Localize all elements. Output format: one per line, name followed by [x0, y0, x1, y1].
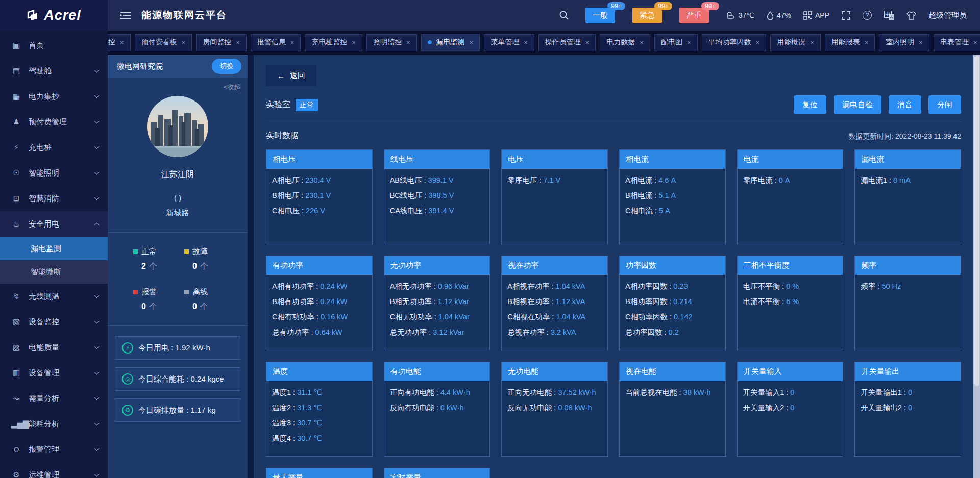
- tab-close-icon[interactable]: ×: [865, 39, 869, 46]
- tab-菜单管理[interactable]: 菜单管理×: [484, 34, 534, 51]
- card-value: 391.4 V: [428, 207, 454, 215]
- sidebar-item-安全用电[interactable]: ♨安全用电: [0, 211, 108, 237]
- tab-close-icon[interactable]: ×: [524, 39, 528, 46]
- today-value: 1.92 kW·h: [176, 343, 210, 352]
- tab-close-icon[interactable]: ×: [406, 39, 410, 46]
- tab-close-icon[interactable]: ×: [290, 39, 295, 46]
- tab-照明监控[interactable]: 照明监控×: [366, 34, 417, 51]
- realtime-data-cards: 相电压A相电压 : 230.4 VB相电压 : 230.1 VC相电压 : 22…: [266, 149, 961, 478]
- cockpit-icon: ▤: [11, 66, 21, 76]
- tab-close-icon[interactable]: ×: [640, 39, 644, 46]
- action-button-漏电自检[interactable]: 漏电自检: [834, 95, 881, 114]
- data-card-有功功率: 有功功率A相有功功率 : 0.24 kWB相有功功率 : 0.24 kWC相有功…: [266, 256, 373, 350]
- sidebar-item-label: 电能质量: [29, 343, 59, 353]
- stat-label: 故障: [184, 247, 235, 257]
- card-row: 温度3 : 30.7 ℃: [272, 418, 366, 428]
- tab-close-icon[interactable]: ×: [352, 39, 356, 46]
- stat-label: 报警: [133, 287, 184, 297]
- tab-close-icon[interactable]: ×: [470, 39, 474, 46]
- fullscreen-icon[interactable]: [842, 11, 850, 20]
- tab-close-icon[interactable]: ×: [756, 39, 760, 46]
- translate-icon[interactable]: 中A: [884, 11, 894, 20]
- action-button-消音[interactable]: 消音: [889, 95, 921, 114]
- collapse-panel-button[interactable]: <收起: [108, 78, 248, 92]
- alarm-button-紧急[interactable]: 紧急99+: [632, 8, 662, 23]
- tab-close-icon[interactable]: ×: [120, 39, 124, 46]
- sidebar-subitem-漏电监测[interactable]: 漏电监测: [0, 237, 108, 260]
- sidebar-item-驾驶舱[interactable]: ▤驾驶舱: [0, 58, 108, 84]
- chevron-down-icon: [94, 420, 100, 425]
- action-button-复位[interactable]: 复位: [794, 95, 826, 114]
- sidebar-item-报警管理[interactable]: Ω报警管理: [0, 437, 108, 462]
- ops-management-icon: ⚙: [11, 470, 21, 478]
- sidebar-item-设备管理[interactable]: ▥设备管理: [0, 360, 108, 386]
- tab-控[interactable]: 控×: [108, 34, 131, 51]
- stat-name: 正常: [141, 247, 157, 257]
- sidebar-subitem-智能微断[interactable]: 智能微断: [0, 260, 108, 284]
- alarm-button-严重[interactable]: 严重99+: [679, 8, 709, 23]
- help-icon[interactable]: ?: [863, 11, 872, 20]
- chevron-down-icon: [94, 318, 100, 323]
- sidebar-item-设备监控[interactable]: ▧设备监控: [0, 309, 108, 335]
- tab-用能报表[interactable]: 用能报表×: [825, 34, 875, 51]
- tab-电力数据[interactable]: 电力数据×: [600, 34, 650, 51]
- sidebar-item-预付费管理[interactable]: ♟预付费管理: [0, 109, 108, 135]
- sidebar-item-需量分析[interactable]: ↝需量分析: [0, 386, 108, 411]
- tab-电表管理[interactable]: 电表管理×: [934, 34, 980, 51]
- today-box-今日综合能耗: ◎今日综合能耗 : 0.24 kgce: [115, 367, 240, 391]
- today-box-今日用电: ⚡今日用电 : 1.92 kW·h: [115, 336, 240, 360]
- tab-close-icon[interactable]: ×: [585, 39, 590, 46]
- user-name[interactable]: 超级管理员: [928, 11, 967, 20]
- data-card-频率: 频率频率 : 50 Hz: [854, 256, 961, 350]
- card-row: CA线电压 : 391.4 V: [390, 206, 484, 216]
- sidebar-item-电力集抄[interactable]: ▦电力集抄: [0, 84, 108, 109]
- sidebar-item-电能质量[interactable]: ▨电能质量: [0, 335, 108, 360]
- tab-close-icon[interactable]: ×: [687, 39, 691, 46]
- tab-漏电监测[interactable]: 漏电监测×: [421, 34, 480, 51]
- tab-预付费看板[interactable]: 预付费看板×: [135, 34, 192, 51]
- action-button-分闸[interactable]: 分闸: [928, 95, 961, 114]
- sidebar-item-充电桩[interactable]: ⚡充电桩: [0, 135, 108, 160]
- tab-close-icon[interactable]: ×: [182, 39, 186, 46]
- stat-value: 2个: [133, 261, 184, 272]
- device-monitoring-icon: ▧: [11, 317, 21, 326]
- card-title: 最大需量: [266, 468, 372, 478]
- card-title: 开关量输入: [738, 362, 843, 381]
- card-body: 频率 : 50 Hz: [855, 275, 961, 304]
- scrollbar-thumb[interactable]: [974, 56, 979, 386]
- card-value: 5 A: [659, 207, 670, 215]
- collapse-menu-icon[interactable]: [120, 11, 131, 20]
- meter-reading-icon: ▦: [11, 92, 21, 101]
- tab-充电桩监控[interactable]: 充电桩监控×: [305, 34, 362, 51]
- switch-site-button[interactable]: 切换: [212, 59, 241, 74]
- tab-操作员管理[interactable]: 操作员管理×: [538, 34, 596, 51]
- sidebar-item-智能照明[interactable]: ☉智能照明: [0, 160, 108, 186]
- theme-shirt-icon[interactable]: [906, 11, 916, 20]
- alarm-button-一般[interactable]: 一般99+: [585, 8, 615, 23]
- sidebar-item-智慧消防[interactable]: ⊡智慧消防: [0, 186, 108, 211]
- sidebar-item-无线测温[interactable]: ↯无线测温: [0, 284, 108, 309]
- tab-配电图[interactable]: 配电图×: [654, 34, 698, 51]
- card-value: 399.1 V: [428, 176, 454, 184]
- tab-平均功率因数[interactable]: 平均功率因数×: [702, 34, 767, 51]
- app-qr-button[interactable]: APP: [803, 11, 829, 20]
- tab-close-icon[interactable]: ×: [973, 39, 977, 46]
- demand-analysis-icon: ↝: [11, 394, 21, 403]
- tab-室内照明[interactable]: 室内照明×: [879, 34, 929, 51]
- sidebar-item-首页[interactable]: ▣首页: [0, 33, 108, 58]
- tab-用能概况[interactable]: 用能概况×: [770, 34, 821, 51]
- home-icon: ▣: [11, 41, 21, 50]
- card-row: 开关量输入1 : 0: [743, 388, 838, 397]
- search-icon[interactable]: [559, 10, 569, 20]
- tab-close-icon[interactable]: ×: [919, 39, 923, 46]
- tab-close-icon[interactable]: ×: [236, 39, 240, 46]
- back-button[interactable]: ← 返回: [266, 65, 316, 86]
- vertical-scrollbar[interactable]: [973, 55, 980, 478]
- sidebar-item-运维管理[interactable]: ⚙运维管理: [0, 462, 108, 478]
- tab-房间监控[interactable]: 房间监控×: [196, 34, 247, 51]
- sidebar-item-能耗分析[interactable]: ▂▅▇能耗分析: [0, 411, 108, 437]
- brand-logo: Acrel: [0, 0, 108, 31]
- tab-close-icon[interactable]: ×: [810, 39, 814, 46]
- tab-报警信息[interactable]: 报警信息×: [251, 34, 301, 51]
- card-body: A相电压 : 230.4 VB相电压 : 230.1 VC相电压 : 226 V: [266, 169, 372, 228]
